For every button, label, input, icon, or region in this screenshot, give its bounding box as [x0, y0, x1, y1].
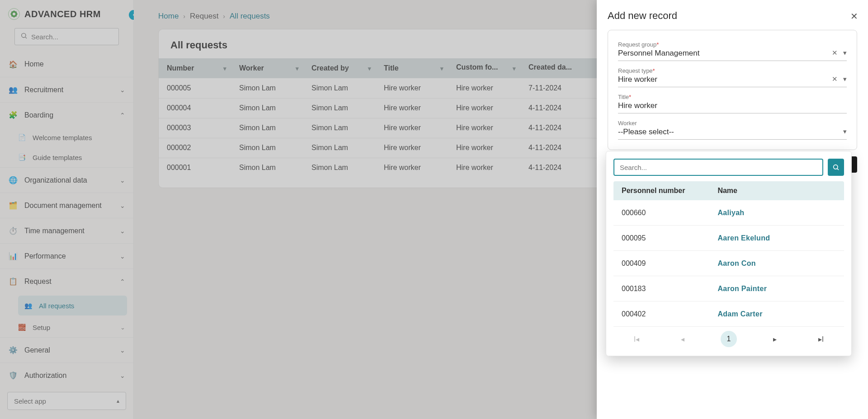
required-marker: * [653, 67, 655, 74]
field-worker-value: --Please select-- [618, 127, 847, 137]
field-request-type-label: Request type [618, 67, 653, 74]
worker-search-button[interactable] [828, 159, 844, 176]
required-marker: * [629, 94, 631, 100]
field-title[interactable]: Title* Hire worker [618, 92, 847, 113]
field-title-value: Hire worker [618, 101, 847, 110]
worker-option-number: 000409 [613, 259, 715, 268]
worker-option-number: 000095 [613, 234, 715, 242]
worker-option[interactable]: 000095Aaren Ekelund [613, 226, 844, 251]
worker-option-name: Aaron Con [715, 259, 755, 268]
svg-point-2 [834, 165, 838, 169]
panel-title: Add new record [608, 10, 857, 22]
worker-dropdown-header: Personnel number Name [613, 181, 844, 200]
worker-dropdown: Personnel number Name 000660Aaliyah00009… [606, 151, 852, 356]
worker-dropdown-pager: I◂ ◂ 1 ▸ ▸I [613, 327, 844, 351]
pager-page-1[interactable]: 1 [721, 331, 737, 347]
field-request-type-value: Hire worker [618, 75, 847, 84]
chevron-down-icon[interactable]: ▾ [843, 49, 847, 57]
field-request-group[interactable]: Request group* Personnel Management ✕▾ [618, 39, 847, 61]
worker-option-name: Adam Carter [715, 310, 762, 318]
worker-option-number: 000183 [613, 285, 715, 293]
pager-next[interactable]: ▸ [767, 331, 783, 347]
pager-prev[interactable]: ◂ [675, 331, 691, 347]
panel-form: Request group* Personnel Management ✕▾ R… [608, 30, 857, 150]
close-icon[interactable]: ✕ [850, 11, 858, 22]
worker-option[interactable]: 000183Aaron Painter [613, 276, 844, 301]
svg-line-3 [837, 169, 839, 170]
field-worker[interactable]: Worker --Please select-- ▾ [618, 118, 847, 140]
add-record-panel: Add new record ✕ Request group* Personne… [597, 0, 868, 419]
worker-option-number: 000660 [613, 209, 715, 217]
chevron-down-icon[interactable]: ▾ [843, 75, 847, 83]
worker-option[interactable]: 000660Aaliyah [613, 200, 844, 226]
clear-icon[interactable]: ✕ [832, 49, 838, 57]
worker-option-name: Aaliyah [715, 209, 744, 217]
worker-option-number: 000402 [613, 310, 715, 318]
required-marker: * [656, 41, 659, 48]
field-title-label: Title [618, 94, 629, 100]
dd-col-personnel: Personnel number [613, 187, 715, 195]
field-request-type[interactable]: Request type* Hire worker ✕▾ [618, 66, 847, 87]
worker-option[interactable]: 000402Adam Carter [613, 301, 844, 327]
field-request-group-label: Request group [618, 41, 656, 48]
worker-option-name: Aaron Painter [715, 285, 767, 293]
pager-last[interactable]: ▸I [813, 331, 829, 347]
chevron-down-icon[interactable]: ▾ [843, 127, 847, 136]
field-request-group-value: Personnel Management [618, 49, 847, 58]
clear-icon[interactable]: ✕ [832, 75, 838, 83]
field-worker-label: Worker [618, 120, 637, 127]
worker-option-name: Aaren Ekelund [715, 234, 770, 242]
pager-first[interactable]: I◂ [628, 331, 645, 347]
dd-col-name: Name [715, 187, 737, 195]
worker-search-input[interactable] [613, 159, 823, 176]
worker-option[interactable]: 000409Aaron Con [613, 251, 844, 276]
